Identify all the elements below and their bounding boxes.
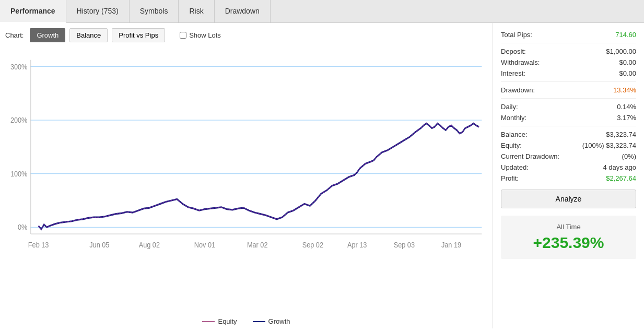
svg-text:200%: 200%: [10, 115, 28, 124]
svg-text:Jan 19: Jan 19: [441, 240, 461, 249]
svg-text:300%: 300%: [10, 62, 28, 70]
growth-line-icon: [253, 321, 265, 322]
tab-drawdown[interactable]: Drawdown: [215, 0, 271, 22]
monthly-value: 3.17%: [617, 114, 636, 122]
drawdown-row: Drawdown: 13.34%: [501, 86, 636, 94]
equity-row: Equity: (100%) $3,323.74: [501, 141, 636, 149]
chart-label: Chart:: [5, 31, 24, 39]
current-drawdown-label: Current Drawdown:: [501, 152, 559, 160]
profit-label: Profit:: [501, 174, 519, 182]
legend-growth-label: Growth: [268, 317, 290, 325]
drawdown-label: Drawdown:: [501, 86, 535, 94]
monthly-label: Monthly:: [501, 114, 526, 122]
interest-value: $0.00: [619, 69, 636, 77]
tab-performance[interactable]: Performance: [0, 0, 66, 23]
all-time-box: All Time +235.39%: [501, 216, 636, 259]
growth-chart: 300% 200% 100% 0% Feb 13 Jun 05 Aug 02 N…: [5, 46, 487, 314]
all-time-label: All Time: [508, 223, 629, 231]
deposit-row: Deposit: $1,000.00: [501, 48, 636, 55]
daily-value: 0.14%: [617, 103, 636, 111]
interest-label: Interest:: [501, 69, 525, 77]
chart-controls: Chart: Growth Balance Profit vs Pips Sho…: [5, 28, 487, 42]
withdrawals-label: Withdrawals:: [501, 58, 540, 66]
show-lots-label[interactable]: Show Lots: [180, 31, 221, 39]
show-lots-checkbox[interactable]: [180, 32, 186, 39]
equity-value: (100%) $3,323.74: [582, 141, 636, 149]
withdrawals-value: $0.00: [619, 58, 636, 66]
total-pips-row: Total Pips: 714.60: [501, 31, 636, 39]
svg-text:Aug 02: Aug 02: [139, 240, 160, 249]
svg-text:0%: 0%: [18, 222, 28, 231]
drawdown-value: 13.34%: [613, 86, 636, 94]
updated-row: Updated: 4 days ago: [501, 163, 636, 171]
monthly-row: Monthly: 3.17%: [501, 114, 636, 122]
total-pips-value: 714.60: [615, 31, 636, 39]
balance-value: $3,323.74: [606, 131, 636, 138]
tab-symbols[interactable]: Symbols: [130, 0, 179, 22]
deposit-value: $1,000.00: [606, 48, 636, 55]
equity-line-icon: [202, 321, 215, 322]
tab-risk[interactable]: Risk: [179, 0, 214, 22]
main-content: Chart: Growth Balance Profit vs Pips Sho…: [0, 23, 644, 328]
chart-btn-growth[interactable]: Growth: [30, 28, 65, 42]
daily-row: Daily: 0.14%: [501, 103, 636, 111]
svg-text:Sep 02: Sep 02: [302, 240, 323, 249]
daily-label: Daily:: [501, 103, 518, 111]
interest-row: Interest: $0.00: [501, 69, 636, 77]
svg-text:Feb 13: Feb 13: [28, 240, 49, 249]
chart-area: Chart: Growth Balance Profit vs Pips Sho…: [0, 23, 493, 328]
chart-wrapper: 300% 200% 100% 0% Feb 13 Jun 05 Aug 02 N…: [5, 46, 487, 314]
top-nav: Performance History (753) Symbols Risk D…: [0, 0, 644, 23]
deposit-label: Deposit:: [501, 48, 526, 55]
legend-equity-label: Equity: [218, 317, 237, 325]
svg-text:Nov 01: Nov 01: [194, 240, 215, 249]
svg-text:Mar 02: Mar 02: [247, 240, 268, 249]
updated-label: Updated:: [501, 163, 529, 171]
current-drawdown-row: Current Drawdown: (0%): [501, 152, 636, 160]
balance-row: Balance: $3,323.74: [501, 131, 636, 138]
chart-legend: Equity Growth: [5, 314, 487, 328]
balance-label: Balance:: [501, 131, 528, 138]
legend-growth: Growth: [253, 317, 290, 325]
chart-btn-profit-vs-pips[interactable]: Profit vs Pips: [112, 28, 165, 42]
equity-label: Equity:: [501, 141, 522, 149]
svg-text:Sep 03: Sep 03: [394, 240, 415, 249]
profit-row: Profit: $2,267.64: [501, 174, 636, 182]
svg-text:Apr 13: Apr 13: [347, 240, 367, 249]
tab-history[interactable]: History (753): [66, 0, 130, 22]
svg-text:Jun 05: Jun 05: [89, 240, 109, 249]
updated-value: 4 days ago: [603, 163, 636, 171]
withdrawals-row: Withdrawals: $0.00: [501, 58, 636, 66]
total-pips-label: Total Pips:: [501, 31, 532, 39]
chart-btn-balance[interactable]: Balance: [69, 28, 108, 42]
current-drawdown-value: (0%): [622, 152, 636, 160]
all-time-value: +235.39%: [508, 234, 629, 252]
profit-value: $2,267.64: [606, 174, 636, 182]
legend-equity: Equity: [202, 317, 237, 325]
sidebar: Total Pips: 714.60 Deposit: $1,000.00 Wi…: [493, 23, 644, 328]
analyze-button[interactable]: Analyze: [501, 190, 636, 208]
svg-text:100%: 100%: [10, 169, 28, 178]
